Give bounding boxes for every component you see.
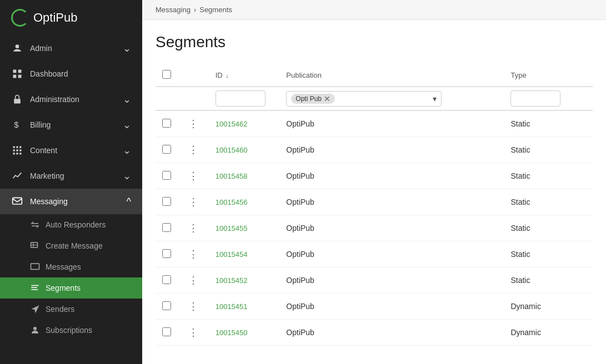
row-checkbox-2[interactable]: [162, 171, 171, 180]
pub-chip-label: Opti Pub: [296, 95, 322, 103]
row-menu-button[interactable]: ⋮: [186, 195, 201, 209]
id-column-header[interactable]: ID ↓: [209, 64, 280, 87]
row-checkbox-8[interactable]: [162, 327, 171, 336]
sidebar-item-billing[interactable]: $ Billing ⌄: [0, 112, 142, 138]
pub-chip-close[interactable]: ✕: [324, 95, 330, 103]
row-actions-cell[interactable]: ⋮: [179, 267, 209, 294]
svg-rect-4: [18, 75, 22, 78]
row-checkbox-cell[interactable]: [156, 241, 179, 267]
content-icon: [11, 144, 23, 156]
publication-filter[interactable]: Opti Pub ✕ ▾: [286, 91, 442, 107]
row-publication-cell: OptiPub: [279, 320, 504, 346]
row-id-link[interactable]: 10015451: [216, 302, 248, 311]
row-checkbox-cell[interactable]: [156, 163, 179, 189]
sidebar-item-messaging[interactable]: Messaging ^: [0, 189, 142, 214]
breadcrumb-parent[interactable]: Messaging: [156, 6, 191, 14]
row-actions-cell[interactable]: ⋮: [179, 189, 209, 215]
logo-text: OptiPub: [33, 11, 78, 25]
row-checkbox-cell[interactable]: [156, 294, 179, 320]
row-menu-button[interactable]: ⋮: [186, 325, 201, 340]
row-checkbox-cell[interactable]: [156, 267, 179, 294]
row-checkbox-7[interactable]: [162, 301, 171, 310]
row-checkbox-6[interactable]: [162, 275, 171, 284]
sidebar-item-content[interactable]: Content ⌄: [0, 138, 142, 163]
row-checkbox-cell[interactable]: [156, 215, 179, 241]
logo-icon: [11, 9, 29, 27]
table-body: ⋮ 10015462 OptiPub Static ⋮ 10015460 Opt…: [156, 110, 593, 346]
row-type-cell: Static: [504, 241, 593, 267]
messaging-label: Messaging: [30, 197, 68, 206]
svg-rect-14: [16, 153, 18, 154]
row-menu-button[interactable]: ⋮: [186, 169, 201, 183]
row-id-link[interactable]: 10015454: [216, 250, 248, 259]
sidebar-item-messages[interactable]: Messages: [0, 256, 142, 277]
admin-chevron: ⌄: [123, 42, 131, 54]
sidebar-item-marketing[interactable]: Marketing ⌄: [0, 163, 142, 189]
row-id-link[interactable]: 10015452: [216, 276, 248, 285]
row-checkbox-0[interactable]: [162, 119, 171, 128]
row-id-link[interactable]: 10015450: [216, 328, 248, 337]
marketing-label: Marketing: [30, 171, 64, 180]
svg-rect-20: [31, 287, 37, 289]
row-checkbox-5[interactable]: [162, 249, 171, 258]
row-publication-cell: OptiPub: [279, 163, 504, 189]
row-checkbox-cell[interactable]: [156, 189, 179, 215]
sidebar-item-create-message[interactable]: Create Message: [0, 235, 142, 256]
pub-dropdown-button[interactable]: ▾: [433, 94, 437, 103]
svg-rect-21: [31, 289, 38, 290]
row-checkbox-4[interactable]: [162, 223, 171, 232]
sidebar-item-admin[interactable]: Admin ⌄: [0, 36, 142, 61]
actions-header: [179, 64, 209, 87]
row-publication-cell: OptiPub: [279, 215, 504, 241]
row-actions-cell[interactable]: ⋮: [179, 215, 209, 241]
svg-rect-16: [13, 198, 22, 204]
row-id-link[interactable]: 10015456: [216, 198, 248, 206]
row-id-link[interactable]: 10015455: [216, 224, 248, 232]
row-actions-cell[interactable]: ⋮: [179, 320, 209, 346]
select-all-checkbox[interactable]: [162, 70, 171, 79]
dollar-icon: $: [11, 119, 23, 131]
row-actions-cell[interactable]: ⋮: [179, 241, 209, 267]
row-id-cell: 10015452: [209, 267, 280, 294]
sidebar-item-administration[interactable]: Administration ⌄: [0, 87, 142, 112]
svg-text:$: $: [14, 120, 19, 129]
row-menu-button[interactable]: ⋮: [186, 143, 201, 157]
admin-label: Admin: [30, 44, 52, 53]
row-menu-button[interactable]: ⋮: [186, 299, 201, 314]
select-all-header[interactable]: [156, 64, 179, 87]
row-actions-cell[interactable]: ⋮: [179, 110, 209, 137]
sidebar-item-segments[interactable]: Segments: [0, 277, 142, 299]
row-checkbox-1[interactable]: [162, 145, 171, 154]
row-id-cell: 10015455: [209, 215, 280, 241]
row-menu-button[interactable]: ⋮: [186, 247, 201, 261]
publication-label: Publication: [286, 71, 322, 79]
sidebar-item-auto-responders[interactable]: Auto Responders: [0, 214, 142, 235]
row-menu-button[interactable]: ⋮: [186, 117, 201, 131]
row-checkbox-cell[interactable]: [156, 110, 179, 137]
sidebar-item-subscriptions[interactable]: Subscriptions: [0, 320, 142, 341]
row-type-cell: Static: [504, 215, 593, 241]
row-actions-cell[interactable]: ⋮: [179, 294, 209, 320]
sidebar-item-dashboard[interactable]: Dashboard: [0, 61, 142, 87]
logo[interactable]: OptiPub: [0, 0, 142, 36]
segments-label: Segments: [46, 284, 81, 292]
sidebar-item-senders[interactable]: Senders: [0, 299, 142, 320]
row-checkbox-cell[interactable]: [156, 137, 179, 163]
row-type-cell: Static: [504, 163, 593, 189]
row-actions-cell[interactable]: ⋮: [179, 137, 209, 163]
row-menu-button[interactable]: ⋮: [186, 221, 201, 235]
table-row: ⋮ 10015454 OptiPub Static: [156, 241, 593, 267]
row-id-link[interactable]: 10015458: [216, 172, 248, 180]
row-checkbox-cell[interactable]: [156, 320, 179, 346]
type-filter-input[interactable]: [510, 90, 560, 107]
svg-rect-8: [16, 146, 18, 148]
row-menu-button[interactable]: ⋮: [186, 273, 201, 287]
svg-rect-13: [13, 153, 15, 154]
id-filter-input[interactable]: [216, 90, 266, 107]
row-checkbox-3[interactable]: [162, 197, 171, 206]
content-chevron: ⌄: [123, 144, 131, 156]
row-id-link[interactable]: 10015460: [216, 146, 248, 154]
row-actions-cell[interactable]: ⋮: [179, 163, 209, 189]
filter-row: Opti Pub ✕ ▾: [156, 87, 593, 110]
row-id-link[interactable]: 10015462: [216, 120, 248, 128]
